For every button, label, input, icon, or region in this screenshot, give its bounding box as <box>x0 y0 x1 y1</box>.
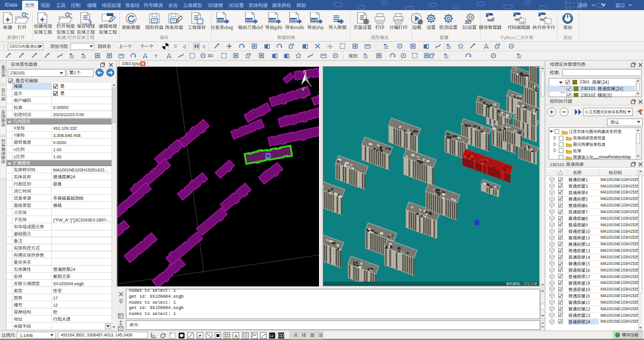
svg-text:MDB: MDB <box>290 18 298 22</box>
svg-text:>_: >_ <box>545 21 549 24</box>
svg-text:N: N <box>303 69 306 75</box>
svg-text:8°: 8° <box>302 86 306 92</box>
svg-text:GDB: GDB <box>269 18 276 22</box>
svg-text:12: 12 <box>270 334 274 338</box>
svg-text:SHP: SHP <box>311 18 318 22</box>
svg-text:DXF: DXF <box>246 18 253 22</box>
svg-text:LE: LE <box>521 20 525 24</box>
svg-text:A: A <box>234 333 238 339</box>
svg-text:T: T <box>154 54 157 59</box>
svg-text:3D: 3D <box>465 19 472 25</box>
